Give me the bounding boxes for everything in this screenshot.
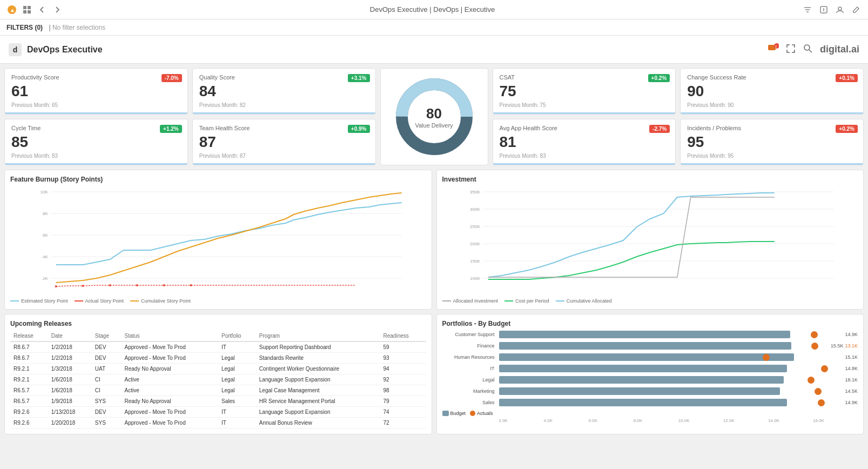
home-icon[interactable]: ▲ xyxy=(6,4,17,15)
portfolio-bar-row: Legal18.1K xyxy=(442,376,858,384)
cell-status: Approved - Move To Prod xyxy=(121,407,218,418)
col-stage: Stage xyxy=(92,331,122,341)
edit-icon[interactable] xyxy=(851,4,862,15)
cell-status: Approved - Move To Prod xyxy=(121,353,218,364)
svg-point-32 xyxy=(136,284,138,286)
portfolio-bar-budget xyxy=(499,353,794,361)
portfolio-bar-budget xyxy=(499,342,792,350)
kpi-incidents-value: 95 xyxy=(687,133,704,151)
portfolio-label: Legal xyxy=(442,377,499,383)
search-icon[interactable] xyxy=(803,43,813,56)
main-content: Productivity Score 61 -7.0% Previous Mon… xyxy=(0,64,868,439)
user-icon[interactable] xyxy=(835,4,845,15)
portfolios-card: Portfolios - By Budget Customer Support1… xyxy=(436,314,864,434)
kpi-cycle-time: Cycle Time 85 +1.2% Previous Month: 83 xyxy=(4,119,188,165)
svg-point-33 xyxy=(163,284,165,286)
portfolio-label: Marketing xyxy=(442,388,499,394)
kpi-change-value: 90 xyxy=(687,83,704,100)
feature-burnup-svg: 10K 8K 6K 4K 2K xyxy=(10,186,426,294)
share-icon[interactable] xyxy=(818,4,829,15)
kpi-team-health: Team Health Score 87 +0.9% Previous Mont… xyxy=(192,119,376,165)
cell-portfolio: Legal xyxy=(218,364,256,374)
cell-status: Active xyxy=(121,374,218,385)
kpi-quality-value: 84 xyxy=(199,83,216,100)
top-bar: ▲ DevOps Executive | DevOps | Executive xyxy=(0,0,868,19)
cell-release: R9.2.1 xyxy=(10,374,48,385)
cell-program: Language Support Expansion xyxy=(256,374,380,385)
donut-value: 80 xyxy=(415,105,453,122)
svg-point-34 xyxy=(190,284,192,286)
portfolio-bar-budget xyxy=(499,376,784,384)
kpi-incidents-title: Incidents / Problems xyxy=(687,125,857,131)
portfolio-label: Human Resources xyxy=(442,354,499,360)
col-release: Release xyxy=(10,331,48,341)
portfolio-bar-row: Marketing14.5K xyxy=(442,387,858,395)
kpi-change-success: Change Success Rate 90 +0.1% Previous Mo… xyxy=(680,68,864,115)
cell-readiness: 72 xyxy=(380,418,426,428)
svg-point-30 xyxy=(82,285,84,287)
cell-release: R6.5.7 xyxy=(10,396,48,407)
forward-icon[interactable] xyxy=(52,4,63,15)
portfolio-value: 14.9K xyxy=(845,400,858,405)
cell-readiness: 98 xyxy=(380,385,426,396)
grid-icon[interactable] xyxy=(22,4,32,15)
svg-text:100K: 100K xyxy=(470,276,480,281)
table-row: R8.6.7 1/2/2018 DEV Approved - Move To P… xyxy=(10,353,426,364)
cell-date: 1/2/2018 xyxy=(48,353,92,364)
table-row: R6.5.7 1/6/2018 CI Active Legal Legal Ca… xyxy=(10,385,426,396)
portfolio-bar-container xyxy=(499,399,842,406)
table-row: R9.2.1 1/6/2018 CI Active Legal Language… xyxy=(10,374,426,385)
investment-svg: 350K 300K 250K 200K 150K 100K xyxy=(442,186,858,294)
alert-icon[interactable]: ! xyxy=(767,43,779,57)
svg-text:200K: 200K xyxy=(470,242,480,246)
kpi-quality: Quality Score 84 +3.1% Previous Month: 8… xyxy=(192,68,376,115)
kpi-cycle-bar xyxy=(5,163,187,165)
cell-status: Approved - Move To Prod xyxy=(121,418,218,428)
kpi-avg-value: 81 xyxy=(500,133,516,151)
cell-release: R9.2.1 xyxy=(10,364,48,374)
kpi-team-prev: Previous Month: 87 xyxy=(199,153,369,159)
kpi-quality-bar xyxy=(193,112,375,114)
kpi-avg-badge: -2.7% xyxy=(649,125,670,133)
kpi-productivity: Productivity Score 61 -7.0% Previous Mon… xyxy=(4,68,188,115)
expand-icon[interactable] xyxy=(785,43,796,56)
upcoming-releases-title: Upcoming Releases xyxy=(10,320,426,327)
portfolio-actuals-value: 13.1K xyxy=(845,343,858,349)
cell-release: R9.2.6 xyxy=(10,418,48,428)
cell-portfolio: IT xyxy=(218,341,256,353)
portfolio-bar-container xyxy=(499,342,827,350)
svg-rect-3 xyxy=(28,6,31,9)
back-icon[interactable] xyxy=(37,4,48,15)
cell-date: 1/6/2018 xyxy=(48,374,92,385)
kpi-change-title: Change Success Rate xyxy=(687,74,857,81)
svg-line-16 xyxy=(809,50,812,52)
kpi-csat-title: CSAT xyxy=(500,74,669,81)
portfolio-dot-actuals xyxy=(821,365,828,372)
svg-point-29 xyxy=(55,285,57,287)
svg-text:150K: 150K xyxy=(470,259,480,264)
filter-icon[interactable] xyxy=(802,4,813,15)
portfolio-bar-container xyxy=(499,376,842,384)
portfolio-bar-row: IT14.8K xyxy=(442,365,858,372)
col-program: Program xyxy=(256,331,380,341)
portfolio-bar-container xyxy=(499,387,842,395)
top-bar-left: ▲ xyxy=(6,4,63,15)
svg-text:300K: 300K xyxy=(470,207,480,212)
portfolio-bar-row: Human Resources15.1K xyxy=(442,353,858,361)
cell-program: HR Service Management Portal xyxy=(256,396,380,407)
dashboard-header-left: d DevOps Executive xyxy=(9,43,103,56)
donut-label-text: Value Delivery xyxy=(415,122,453,129)
cell-portfolio: Legal xyxy=(218,385,256,396)
cell-release: R8.6.7 xyxy=(10,353,48,364)
svg-text:▲: ▲ xyxy=(10,7,15,13)
portfolio-dot-actuals xyxy=(818,399,825,406)
svg-point-11 xyxy=(838,7,842,10)
kpi-incidents-prev: Previous Month: 95 xyxy=(687,153,857,159)
cell-readiness: 59 xyxy=(380,341,426,353)
portfolio-dot-actuals xyxy=(811,343,818,350)
kpi-quality-prev: Previous Month: 82 xyxy=(199,102,369,108)
cell-readiness: 92 xyxy=(380,374,426,385)
svg-text:350K: 350K xyxy=(470,190,480,195)
cell-date: 1/9/2018 xyxy=(48,396,92,407)
portfolio-bar-container xyxy=(499,365,842,372)
